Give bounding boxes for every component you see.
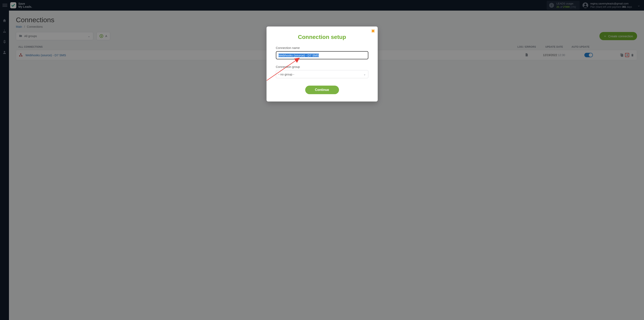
- connection-group-select[interactable]: - no group -: [276, 70, 368, 78]
- connection-setup-modal: ✖ Connection setup Connection name Conne…: [266, 27, 378, 102]
- connection-name-input[interactable]: [276, 51, 368, 59]
- connection-name-label: Connection name: [276, 46, 368, 50]
- continue-label: Continue: [315, 88, 329, 92]
- close-icon[interactable]: ✖: [371, 29, 375, 34]
- modal-title: Connection setup: [276, 34, 368, 40]
- connection-group-label: Connection group: [276, 65, 368, 69]
- continue-button[interactable]: Continue: [305, 86, 339, 94]
